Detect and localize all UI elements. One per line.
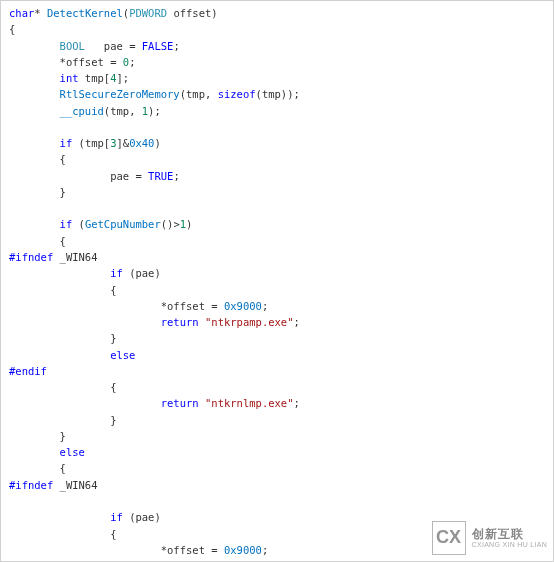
line: { — [9, 284, 116, 296]
line: { — [9, 381, 116, 393]
hex-40: 0x40 — [129, 137, 154, 149]
line: } — [9, 414, 116, 426]
line: if (pae) — [9, 267, 161, 279]
kw-sizeof: sizeof — [218, 88, 256, 100]
kw-false: FALSE — [142, 40, 174, 52]
line: #ifndef _WIN64 — [9, 251, 98, 263]
kw-return: return — [161, 316, 199, 328]
line: RtlSecureZeroMemory(tmp, sizeof(tmp)); — [9, 88, 300, 100]
line: else — [9, 349, 135, 361]
kw-else: else — [110, 349, 135, 361]
code-block: char* DetectKernel(PDWORD offset) { BOOL… — [9, 5, 545, 562]
line: char* DetectKernel(PDWORD offset) — [9, 7, 218, 19]
kw-if: if — [110, 511, 123, 523]
pp-endif: #endif — [9, 365, 47, 377]
line: *offset = 0; — [9, 56, 135, 68]
line: { — [9, 153, 66, 165]
watermark-en: CXIANG XIN HU LIAN — [472, 541, 547, 549]
line: if (tmp[3]&0x40) — [9, 137, 161, 149]
line: int tmp[4]; — [9, 72, 129, 84]
fn-name: DetectKernel — [47, 7, 123, 19]
watermark-logo-icon: CX — [432, 521, 466, 555]
hex-9000: 0x9000 — [224, 300, 262, 312]
kw-if: if — [60, 137, 73, 149]
line: *offset = 0x9000; — [9, 300, 268, 312]
line: return "ntkrnlmp.exe"; — [9, 397, 300, 409]
str-ntkrnlmp: "ntkrnlmp.exe" — [205, 397, 294, 409]
line: { — [9, 528, 116, 540]
line: pae = TRUE; — [9, 170, 180, 182]
kw-if: if — [110, 267, 123, 279]
watermark: CX 创新互联 CXIANG XIN HU LIAN — [432, 521, 547, 555]
type-bool: BOOL — [60, 40, 85, 52]
pp-ifndef: #ifndef — [9, 251, 53, 263]
watermark-text: 创新互联 CXIANG XIN HU LIAN — [472, 528, 547, 549]
kw-if: if — [60, 218, 73, 230]
line: return "ntkrpamp.exe"; — [9, 316, 300, 328]
line: { — [9, 23, 15, 35]
line: { — [9, 462, 66, 474]
line: #endif — [9, 365, 47, 377]
watermark-cn: 创新互联 — [472, 528, 547, 541]
type-pdword: PDWORD — [129, 7, 167, 19]
kw-return: return — [161, 397, 199, 409]
fn-cpuid: __cpuid — [60, 105, 104, 117]
line: } — [9, 186, 66, 198]
line: *offset = 0x9000; — [9, 544, 268, 556]
line: } — [9, 430, 66, 442]
kw-int: int — [60, 72, 79, 84]
pp-ifndef: #ifndef — [9, 479, 53, 491]
line: else — [9, 446, 85, 458]
line: } — [9, 332, 116, 344]
fn-getcpunum: GetCpuNumber — [85, 218, 161, 230]
kw-true: TRUE — [148, 170, 173, 182]
hex-9000: 0x9000 — [224, 544, 262, 556]
line: #ifndef _WIN64 — [9, 479, 98, 491]
line: if (pae) — [9, 511, 161, 523]
str-ntkrpamp: "ntkrpamp.exe" — [205, 316, 294, 328]
kw-char: char — [9, 7, 34, 19]
kw-else: else — [60, 446, 85, 458]
line: if (GetCpuNumber()>1) — [9, 218, 192, 230]
line: { — [9, 235, 66, 247]
line: __cpuid(tmp, 1); — [9, 105, 161, 117]
line: BOOL pae = FALSE; — [9, 40, 180, 52]
fn-rtlzero: RtlSecureZeroMemory — [60, 88, 180, 100]
